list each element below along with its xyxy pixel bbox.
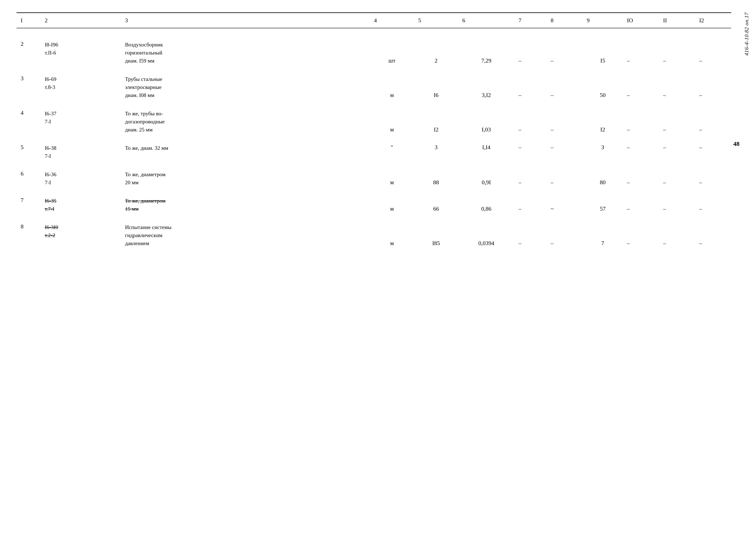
row-quantity: 66 bbox=[414, 188, 458, 215]
row-col12: – bbox=[695, 67, 731, 101]
header-col-9: 9 bbox=[583, 13, 623, 28]
header-col-11: II bbox=[659, 13, 695, 28]
row-col7: – bbox=[514, 67, 547, 101]
row-description: То же, трубы во- догазопроводные диам. 2… bbox=[121, 101, 370, 136]
row-col9: 50 bbox=[583, 67, 623, 101]
row-unit: м bbox=[370, 101, 414, 136]
row-code: I6-69 т.8-3 bbox=[41, 67, 121, 101]
row-col7: – bbox=[514, 136, 547, 162]
row-col10: – bbox=[623, 188, 659, 215]
row-col12: – bbox=[695, 188, 731, 215]
row-price: 0,86 bbox=[458, 188, 514, 215]
row-col9: 7 bbox=[583, 215, 623, 250]
row-code: I6-35 т.7-I bbox=[41, 188, 121, 215]
row-unit: м bbox=[370, 188, 414, 215]
row-number: 7 bbox=[17, 188, 41, 215]
table-row: 8I6-3I0 т.2-2Испытание системы гидравлич… bbox=[17, 215, 731, 250]
row-description: То же, диам. 32 мм bbox=[121, 136, 370, 162]
row-col8: – bbox=[547, 101, 583, 136]
table-row: 5I6-38 7-IТо же, диам. 32 мм"3I,I4––3––– bbox=[17, 136, 731, 162]
row-col11: – bbox=[659, 162, 695, 188]
table-row: 2I8-I96 т.II-6Воздухосборник горизонталь… bbox=[17, 28, 731, 67]
row-description: Трубы стальные электросварные диам. I08 … bbox=[121, 67, 370, 101]
row-col10: – bbox=[623, 101, 659, 136]
main-table: I 2 3 4 5 6 7 8 9 IO II I2 2I8-I96 т.II-… bbox=[17, 13, 731, 250]
page-container: 416-4-10.82 оп.17 48 I 2 3 4 5 6 7 8 9 I… bbox=[0, 0, 756, 536]
row-col12: – bbox=[695, 101, 731, 136]
header-col-10: IO bbox=[623, 13, 659, 28]
row-number: 4 bbox=[17, 101, 41, 136]
header-col-2: 2 bbox=[41, 13, 121, 28]
row-col8: – bbox=[547, 162, 583, 188]
row-quantity: I6 bbox=[414, 67, 458, 101]
row-number: 2 bbox=[17, 28, 41, 67]
row-col10: – bbox=[623, 28, 659, 67]
row-code: I6-38 7-I bbox=[41, 136, 121, 162]
row-col10: – bbox=[623, 136, 659, 162]
header-col-7: 7 bbox=[514, 13, 547, 28]
header-col-8: 8 bbox=[547, 13, 583, 28]
row-description: Воздухосборник горизонтальный диам. I59 … bbox=[121, 28, 370, 67]
row-quantity: I85 bbox=[414, 215, 458, 250]
row-col7: – bbox=[514, 28, 547, 67]
row-number: 3 bbox=[17, 67, 41, 101]
row-description: То же, диаметром 15 мм bbox=[121, 188, 370, 215]
row-col9: 80 bbox=[583, 162, 623, 188]
row-number: 8 bbox=[17, 215, 41, 250]
row-quantity: 88 bbox=[414, 162, 458, 188]
table-row: 4I6-37 7-IТо же, трубы во- догазопроводн… bbox=[17, 101, 731, 136]
row-col8: – bbox=[547, 28, 583, 67]
row-price: 0,9I bbox=[458, 162, 514, 188]
row-price: 3,I2 bbox=[458, 67, 514, 101]
row-unit: шт bbox=[370, 28, 414, 67]
row-number: 5 bbox=[17, 136, 41, 162]
header-row: I 2 3 4 5 6 7 8 9 IO II I2 bbox=[17, 13, 731, 28]
row-price: 7,29 bbox=[458, 28, 514, 67]
header-col-3: 3 bbox=[121, 13, 370, 28]
row-col7: – bbox=[514, 101, 547, 136]
row-col12: – bbox=[695, 136, 731, 162]
header-col-1: I bbox=[17, 13, 41, 28]
row-code: I8-I96 т.II-6 bbox=[41, 28, 121, 67]
row-col11: – bbox=[659, 188, 695, 215]
row-col12: – bbox=[695, 162, 731, 188]
row-col10: – bbox=[623, 215, 659, 250]
row-code: I6-36 7-I bbox=[41, 162, 121, 188]
table-row: 3I6-69 т.8-3Трубы стальные электросварны… bbox=[17, 67, 731, 101]
row-price: I,03 bbox=[458, 101, 514, 136]
side-number: 48 bbox=[733, 140, 739, 147]
header-col-12: I2 bbox=[695, 13, 731, 28]
row-unit: м bbox=[370, 215, 414, 250]
row-quantity: 2 bbox=[414, 28, 458, 67]
row-number: 6 bbox=[17, 162, 41, 188]
row-col9: 3 bbox=[583, 136, 623, 162]
row-col12: – bbox=[695, 215, 731, 250]
row-col8: ~ bbox=[547, 188, 583, 215]
row-col8: – bbox=[547, 215, 583, 250]
row-code: I6-37 7-I bbox=[41, 101, 121, 136]
header-col-4: 4 bbox=[370, 13, 414, 28]
row-col9: I5 bbox=[583, 28, 623, 67]
row-unit: м bbox=[370, 162, 414, 188]
row-price: 0,0394 bbox=[458, 215, 514, 250]
header-col-5: 5 bbox=[414, 13, 458, 28]
row-col8: – bbox=[547, 136, 583, 162]
row-description: Испытание системы гидравлическим давлени… bbox=[121, 215, 370, 250]
table-row: 6I6-36 7-IТо же, диаметром 20 ммм880,9I–… bbox=[17, 162, 731, 188]
row-col9: I2 bbox=[583, 101, 623, 136]
row-col10: – bbox=[623, 67, 659, 101]
row-col12: – bbox=[695, 28, 731, 67]
row-col7: – bbox=[514, 215, 547, 250]
row-col10: – bbox=[623, 162, 659, 188]
row-unit: " bbox=[370, 136, 414, 162]
table-row: 7I6-35 т.7-IТо же, диаметром 15 ммм660,8… bbox=[17, 188, 731, 215]
row-col7: – bbox=[514, 162, 547, 188]
row-unit: м bbox=[370, 67, 414, 101]
row-col8: – bbox=[547, 67, 583, 101]
header-col-6: 6 bbox=[458, 13, 514, 28]
row-col11: – bbox=[659, 101, 695, 136]
row-price: I,I4 bbox=[458, 136, 514, 162]
row-col9: 57 bbox=[583, 188, 623, 215]
row-col11: – bbox=[659, 67, 695, 101]
row-quantity: 3 bbox=[414, 136, 458, 162]
